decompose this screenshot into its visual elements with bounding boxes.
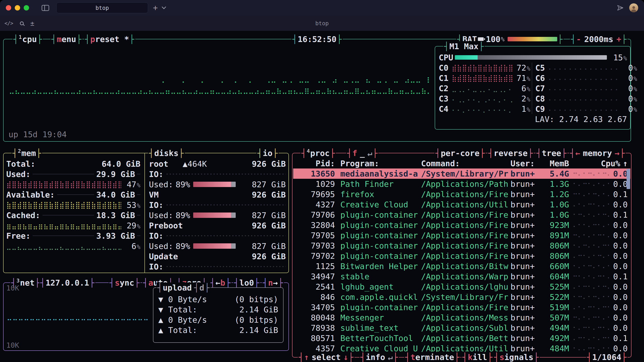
reverse-toggle[interactable]: reverse [488, 148, 534, 158]
chevron-down-icon[interactable] [162, 5, 166, 9]
process-row[interactable]: 80048 Messenger /Applications/Mess brun+… [293, 312, 630, 323]
sort-next-icon[interactable]: → [615, 149, 620, 158]
mem-stat-label: Cached: [6, 211, 40, 220]
scroll-up-icon[interactable]: ↑ [620, 159, 628, 168]
net-next-interface-button[interactable]: n→ [262, 278, 284, 288]
close-button[interactable] [6, 5, 11, 10]
net-stat-row: ▲ 0 Byte/s (0 bitps) [158, 315, 278, 325]
mem-stat-row: Available: 34.0 GiB [6, 189, 140, 200]
cpu-box: 1 cpu menu preset * 16:52:50 BAT 100% - … [3, 39, 631, 142]
process-command: /Applications/Util [421, 200, 510, 209]
core-meter: ⠄⠄⠄⠄⠄⠄⠄⠄⠄⠄⠄⠄⠄⠄ [548, 95, 620, 103]
right-arrow-icon: → [273, 278, 278, 287]
header-memory[interactable]: MemB [544, 159, 569, 168]
direction-arrow-icon: ▼ [158, 295, 168, 304]
process-name: BetterTouchTool [335, 334, 421, 343]
header-cpu[interactable]: Cpu% [601, 159, 620, 168]
kill-button[interactable]: kill [462, 352, 493, 362]
process-row[interactable]: 80571 BetterTouchTool /Applications/Bett… [293, 333, 630, 343]
per-core-toggle[interactable]: per-core [434, 148, 486, 158]
mem-stat: Used: 29.9 GiB ⣾⣿⣷⣿⣾⣿⣷⣿⣾⣿⣷⣿⣾⣿⣷⣿⣾⣿⣷⣿⣾⣿⣷⣿ … [6, 169, 140, 189]
up-arrow-icon[interactable]: ↑ [304, 353, 309, 362]
sort-prev-icon[interactable]: ← [575, 149, 580, 158]
process-cpu: 0.0 [609, 313, 628, 322]
process-row[interactable]: 32804 plugin-container /Applications/Fir… [293, 220, 630, 230]
disk-entry: Update 926 GiB IO: [149, 251, 286, 272]
share-icon[interactable] [617, 4, 624, 11]
font-size-icon[interactable]: ± [30, 19, 34, 27]
header-program[interactable]: Program: [335, 159, 421, 168]
process-name: stable [335, 272, 421, 281]
signals-button[interactable]: signals [493, 352, 540, 362]
core-label: C7 [535, 84, 548, 93]
cpu-core-panel: M1 Max CPU 15% C0 ⣾⣷⣿⣾⣷⣿⣾⣷⣿⣾⣷⣿ 72% C1 ⣷⣾… [435, 46, 630, 130]
net-graph-toggle[interactable]: d [193, 283, 210, 293]
search-icon[interactable] [20, 21, 24, 25]
process-row[interactable]: 13650 mediaanalysisd-a /System/Library/P… [293, 168, 630, 179]
process-row[interactable]: 846 com.apple.quickl /System/Library/Fr … [293, 292, 630, 302]
new-tab-button[interactable]: + [153, 4, 158, 12]
sort-column-selector[interactable]: ← memory → [569, 148, 626, 158]
process-name: plugin-container [335, 231, 421, 240]
avatar[interactable] [629, 3, 638, 12]
proc-box-title[interactable]: 4 proc [300, 148, 336, 158]
minimize-button[interactable] [15, 5, 20, 10]
interval-value: 2000ms [584, 35, 613, 44]
interval-decrease-button[interactable]: - [576, 35, 581, 44]
process-cpu: 0.0 [609, 344, 628, 353]
process-row[interactable]: 34705 plugin-container /Applications/Fir… [293, 302, 630, 312]
process-row[interactable]: 79706 plugin-container /Applications/Fir… [293, 210, 630, 220]
mem-stat-label: Available: [6, 190, 55, 199]
select-control[interactable]: ↑ select ↓ [298, 352, 354, 362]
interval-increase-button[interactable]: + [616, 35, 622, 44]
net-download-graph: ⠒⠒⠒⠒⠒⠒⠒⠒⠒⠒⠒⠒⠒⠒⠒⠒⠒⠒⠒⠒⠒⠒⠒⠒⠒⠒⠒⠒⠒⠒⠒⠒ [7, 316, 150, 325]
menu-button[interactable]: menu [50, 34, 82, 44]
down-arrow-icon[interactable]: ↓ [343, 353, 348, 362]
process-row[interactable]: 79703 plugin-container /Applications/Fir… [293, 240, 630, 251]
header-command[interactable]: Command: [421, 159, 510, 168]
process-row[interactable]: 79695 firefox /Applications/Fire brun+ 1… [293, 189, 630, 199]
terminate-button[interactable]: terminate [404, 352, 460, 362]
process-row[interactable]: 78938 sublime_text /Applications/Subl br… [293, 323, 630, 333]
disk-used-meter [193, 213, 236, 218]
mem-stat-label: Free: [6, 231, 30, 240]
process-row[interactable]: 34947 stable /Applications/Warp brun+ 60… [293, 271, 630, 282]
process-command: /Applications/Bett [421, 334, 510, 343]
process-cpu-graph: ⠂⠒⠄⠂⠄⠂⠒⠄ [569, 211, 609, 219]
enter-icon: ↵ [368, 149, 372, 158]
net-sync-button[interactable]: sync [109, 278, 140, 288]
mem-stat-row: Free: 3.93 GiB [6, 231, 140, 241]
proc-filter[interactable]: f _ ↵ [346, 148, 378, 158]
process-row[interactable]: 4327 Creative Cloud /Applications/Util b… [293, 199, 630, 210]
process-memory: 494M [544, 323, 569, 333]
cpu-box-label: cpu [22, 35, 37, 44]
process-row[interactable]: 79705 plugin-container /Applications/Fir… [293, 230, 630, 240]
core-label: C1 [439, 73, 452, 83]
cpu-box-title[interactable]: 1 cpu [12, 34, 43, 44]
header-pid[interactable]: Pid: [296, 159, 335, 168]
process-row[interactable]: 79702 plugin-container /Applications/Fir… [293, 251, 630, 261]
tab-btop[interactable]: btop [56, 2, 148, 13]
sort-column-label: memory [583, 149, 612, 158]
proc-box: 4 proc f _ ↵ per-core reverse tree ← mem… [292, 153, 632, 358]
process-cpu: 0.0 [609, 221, 628, 230]
preset-button[interactable]: preset * [84, 34, 135, 44]
code-blocks-icon[interactable]: </> [4, 20, 13, 26]
process-row[interactable]: 1029 Path Finder /Applications/Path brun… [293, 179, 630, 189]
info-button[interactable]: info ↵ [360, 352, 399, 362]
core-label: C4 [439, 104, 452, 113]
core-label: C0 [439, 63, 452, 72]
sidebar-toggle-icon[interactable] [42, 5, 49, 11]
header-user[interactable]: User: [510, 159, 544, 168]
tree-toggle[interactable]: tree [536, 148, 567, 158]
process-user: brun+ [510, 169, 544, 178]
process-cpu: 0.0 [609, 262, 628, 271]
net-prev-interface-button[interactable]: ←b [209, 278, 232, 288]
zoom-button[interactable] [24, 5, 29, 10]
process-row[interactable]: 1125 Bitwarden Helper /Applications/Bitw… [293, 261, 630, 271]
process-cpu: 0.0 [609, 179, 628, 189]
process-row[interactable]: 2541 lghub_agent /Applications/lghu brun… [293, 282, 630, 292]
process-table-header: Pid: Program: Command: User: MemB Cpu% ↑ [293, 158, 630, 168]
scrollbar-thumb[interactable] [626, 169, 630, 189]
process-cpu-graph: ⠒⠂⠄⠂⠄⠒⠂⠄ [569, 273, 609, 281]
